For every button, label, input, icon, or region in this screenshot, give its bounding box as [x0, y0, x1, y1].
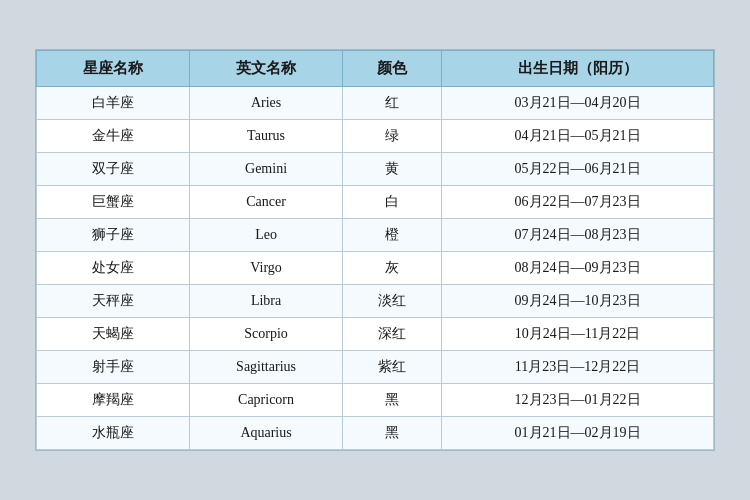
cell-color: 白 — [343, 186, 442, 219]
cell-chinese-name: 水瓶座 — [37, 417, 190, 450]
table-row: 水瓶座Aquarius黑01月21日—02月19日 — [37, 417, 714, 450]
cell-dates: 10月24日—11月22日 — [442, 318, 714, 351]
table-row: 白羊座Aries红03月21日—04月20日 — [37, 87, 714, 120]
cell-color: 橙 — [343, 219, 442, 252]
cell-dates: 01月21日—02月19日 — [442, 417, 714, 450]
cell-color: 绿 — [343, 120, 442, 153]
cell-color: 黄 — [343, 153, 442, 186]
cell-dates: 06月22日—07月23日 — [442, 186, 714, 219]
cell-color: 紫红 — [343, 351, 442, 384]
cell-english-name: Aries — [190, 87, 343, 120]
cell-color: 灰 — [343, 252, 442, 285]
table-header-row: 星座名称 英文名称 颜色 出生日期（阳历） — [37, 51, 714, 87]
table-body: 白羊座Aries红03月21日—04月20日金牛座Taurus绿04月21日—0… — [37, 87, 714, 450]
cell-chinese-name: 双子座 — [37, 153, 190, 186]
cell-chinese-name: 射手座 — [37, 351, 190, 384]
cell-english-name: Aquarius — [190, 417, 343, 450]
cell-chinese-name: 狮子座 — [37, 219, 190, 252]
cell-english-name: Sagittarius — [190, 351, 343, 384]
cell-english-name: Leo — [190, 219, 343, 252]
cell-dates: 07月24日—08月23日 — [442, 219, 714, 252]
cell-dates: 05月22日—06月21日 — [442, 153, 714, 186]
cell-english-name: Taurus — [190, 120, 343, 153]
table-row: 金牛座Taurus绿04月21日—05月21日 — [37, 120, 714, 153]
cell-english-name: Gemini — [190, 153, 343, 186]
table-row: 摩羯座Capricorn黑12月23日—01月22日 — [37, 384, 714, 417]
cell-english-name: Virgo — [190, 252, 343, 285]
cell-chinese-name: 天蝎座 — [37, 318, 190, 351]
cell-chinese-name: 巨蟹座 — [37, 186, 190, 219]
header-birthdate: 出生日期（阳历） — [442, 51, 714, 87]
table-row: 狮子座Leo橙07月24日—08月23日 — [37, 219, 714, 252]
zodiac-table-wrapper: 星座名称 英文名称 颜色 出生日期（阳历） 白羊座Aries红03月21日—04… — [35, 49, 715, 451]
cell-english-name: Capricorn — [190, 384, 343, 417]
cell-dates: 03月21日—04月20日 — [442, 87, 714, 120]
cell-color: 淡红 — [343, 285, 442, 318]
table-row: 天蝎座Scorpio深红10月24日—11月22日 — [37, 318, 714, 351]
cell-english-name: Cancer — [190, 186, 343, 219]
cell-dates: 11月23日—12月22日 — [442, 351, 714, 384]
cell-dates: 08月24日—09月23日 — [442, 252, 714, 285]
cell-dates: 12月23日—01月22日 — [442, 384, 714, 417]
header-color: 颜色 — [343, 51, 442, 87]
cell-chinese-name: 摩羯座 — [37, 384, 190, 417]
zodiac-table: 星座名称 英文名称 颜色 出生日期（阳历） 白羊座Aries红03月21日—04… — [36, 50, 714, 450]
table-row: 双子座Gemini黄05月22日—06月21日 — [37, 153, 714, 186]
cell-chinese-name: 白羊座 — [37, 87, 190, 120]
table-row: 巨蟹座Cancer白06月22日—07月23日 — [37, 186, 714, 219]
cell-english-name: Scorpio — [190, 318, 343, 351]
cell-color: 深红 — [343, 318, 442, 351]
cell-chinese-name: 天秤座 — [37, 285, 190, 318]
cell-color: 黑 — [343, 384, 442, 417]
table-row: 处女座Virgo灰08月24日—09月23日 — [37, 252, 714, 285]
header-chinese-name: 星座名称 — [37, 51, 190, 87]
table-row: 射手座Sagittarius紫红11月23日—12月22日 — [37, 351, 714, 384]
cell-chinese-name: 金牛座 — [37, 120, 190, 153]
cell-chinese-name: 处女座 — [37, 252, 190, 285]
cell-color: 红 — [343, 87, 442, 120]
header-english-name: 英文名称 — [190, 51, 343, 87]
cell-dates: 04月21日—05月21日 — [442, 120, 714, 153]
cell-english-name: Libra — [190, 285, 343, 318]
table-row: 天秤座Libra淡红09月24日—10月23日 — [37, 285, 714, 318]
cell-dates: 09月24日—10月23日 — [442, 285, 714, 318]
cell-color: 黑 — [343, 417, 442, 450]
